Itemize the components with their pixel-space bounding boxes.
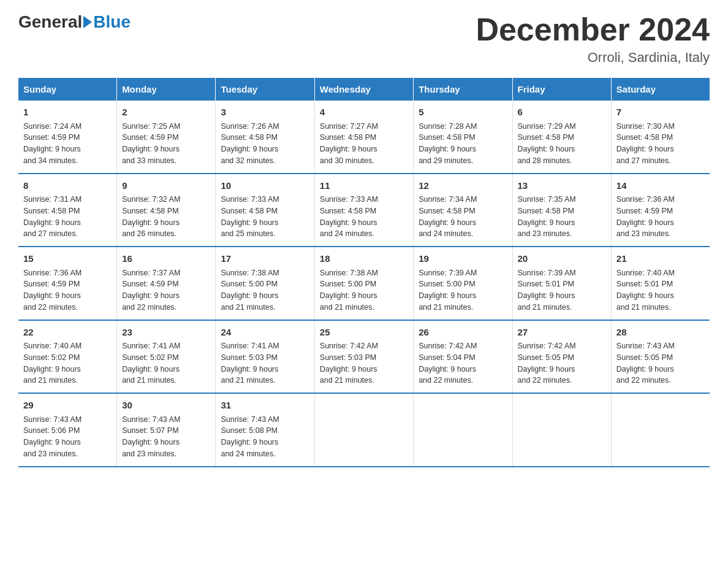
calendar-cell: 15Sunrise: 7:36 AMSunset: 4:59 PMDayligh… [18, 247, 117, 320]
day-info: Sunrise: 7:31 AMSunset: 4:58 PMDaylight:… [23, 194, 112, 240]
day-number: 9 [122, 179, 210, 193]
day-info: Sunrise: 7:28 AMSunset: 4:58 PMDaylight:… [419, 121, 507, 167]
calendar-cell: 9Sunrise: 7:32 AMSunset: 4:58 PMDaylight… [117, 174, 216, 247]
calendar-cell [611, 393, 710, 467]
logo-arrow-icon [83, 16, 92, 28]
calendar-cell: 14Sunrise: 7:36 AMSunset: 4:59 PMDayligh… [611, 174, 710, 247]
day-number: 20 [518, 252, 606, 266]
calendar-cell [512, 393, 611, 467]
day-number: 8 [23, 179, 112, 193]
day-number: 6 [518, 105, 606, 120]
logo-general-text: General [18, 12, 82, 32]
day-info: Sunrise: 7:38 AMSunset: 5:00 PMDaylight:… [320, 267, 408, 313]
day-info: Sunrise: 7:43 AMSunset: 5:06 PMDaylight:… [23, 414, 112, 460]
calendar-cell: 16Sunrise: 7:37 AMSunset: 4:59 PMDayligh… [117, 247, 216, 320]
calendar-cell: 12Sunrise: 7:34 AMSunset: 4:58 PMDayligh… [414, 174, 512, 247]
day-info: Sunrise: 7:27 AMSunset: 4:58 PMDaylight:… [320, 121, 408, 167]
day-number: 19 [419, 252, 507, 266]
calendar-cell: 30Sunrise: 7:43 AMSunset: 5:07 PMDayligh… [117, 393, 216, 467]
calendar-cell: 11Sunrise: 7:33 AMSunset: 4:58 PMDayligh… [314, 174, 413, 247]
day-info: Sunrise: 7:39 AMSunset: 5:01 PMDaylight:… [518, 267, 606, 313]
day-number: 5 [419, 105, 507, 120]
col-header-tuesday: Tuesday [216, 78, 314, 101]
day-number: 11 [320, 179, 408, 193]
calendar-cell: 6Sunrise: 7:29 AMSunset: 4:58 PMDaylight… [512, 101, 611, 174]
day-info: Sunrise: 7:25 AMSunset: 4:59 PMDaylight:… [122, 121, 210, 167]
calendar-cell: 7Sunrise: 7:30 AMSunset: 4:58 PMDaylight… [611, 101, 710, 174]
calendar-cell: 4Sunrise: 7:27 AMSunset: 4:58 PMDaylight… [314, 101, 413, 174]
day-number: 3 [221, 105, 309, 120]
day-info: Sunrise: 7:42 AMSunset: 5:03 PMDaylight:… [320, 340, 408, 386]
day-number: 23 [122, 326, 210, 340]
calendar-cell: 17Sunrise: 7:38 AMSunset: 5:00 PMDayligh… [216, 247, 314, 320]
day-info: Sunrise: 7:26 AMSunset: 4:58 PMDaylight:… [221, 121, 309, 167]
day-number: 31 [221, 399, 309, 413]
day-info: Sunrise: 7:43 AMSunset: 5:05 PMDaylight:… [616, 340, 705, 386]
calendar-cell: 26Sunrise: 7:42 AMSunset: 5:04 PMDayligh… [414, 320, 512, 394]
calendar-cell: 29Sunrise: 7:43 AMSunset: 5:06 PMDayligh… [18, 393, 117, 467]
day-number: 7 [616, 105, 705, 120]
day-info: Sunrise: 7:40 AMSunset: 5:01 PMDaylight:… [616, 267, 705, 313]
col-header-friday: Friday [512, 78, 611, 101]
calendar-cell: 8Sunrise: 7:31 AMSunset: 4:58 PMDaylight… [18, 174, 117, 247]
day-number: 13 [518, 179, 606, 193]
calendar-cell: 10Sunrise: 7:33 AMSunset: 4:58 PMDayligh… [216, 174, 314, 247]
day-number: 17 [221, 252, 309, 266]
day-number: 15 [23, 252, 112, 266]
calendar-cell: 3Sunrise: 7:26 AMSunset: 4:58 PMDaylight… [216, 101, 314, 174]
day-number: 25 [320, 326, 408, 340]
day-info: Sunrise: 7:34 AMSunset: 4:58 PMDaylight:… [419, 194, 507, 240]
calendar-cell: 21Sunrise: 7:40 AMSunset: 5:01 PMDayligh… [611, 247, 710, 320]
day-info: Sunrise: 7:36 AMSunset: 4:59 PMDaylight:… [616, 194, 705, 240]
day-number: 1 [23, 105, 112, 120]
page-header: General Blue December 2024 Orroli, Sardi… [18, 12, 710, 66]
day-info: Sunrise: 7:41 AMSunset: 5:02 PMDaylight:… [122, 340, 210, 386]
col-header-sunday: Sunday [18, 78, 117, 101]
day-number: 18 [320, 252, 408, 266]
col-header-saturday: Saturday [611, 78, 710, 101]
logo: General Blue [18, 12, 131, 32]
calendar-cell: 23Sunrise: 7:41 AMSunset: 5:02 PMDayligh… [117, 320, 216, 394]
calendar-cell: 25Sunrise: 7:42 AMSunset: 5:03 PMDayligh… [314, 320, 413, 394]
day-info: Sunrise: 7:30 AMSunset: 4:58 PMDaylight:… [616, 121, 705, 167]
calendar-cell: 5Sunrise: 7:28 AMSunset: 4:58 PMDaylight… [414, 101, 512, 174]
calendar-cell: 18Sunrise: 7:38 AMSunset: 5:00 PMDayligh… [314, 247, 413, 320]
calendar-cell: 31Sunrise: 7:43 AMSunset: 5:08 PMDayligh… [216, 393, 314, 467]
location-subtitle: Orroli, Sardinia, Italy [476, 50, 710, 66]
day-number: 16 [122, 252, 210, 266]
day-info: Sunrise: 7:40 AMSunset: 5:02 PMDaylight:… [23, 340, 112, 386]
day-info: Sunrise: 7:42 AMSunset: 5:04 PMDaylight:… [419, 340, 507, 386]
day-info: Sunrise: 7:39 AMSunset: 5:00 PMDaylight:… [419, 267, 507, 313]
col-header-wednesday: Wednesday [314, 78, 413, 101]
calendar-cell [414, 393, 512, 467]
day-number: 29 [23, 399, 112, 413]
day-info: Sunrise: 7:32 AMSunset: 4:58 PMDaylight:… [122, 194, 210, 240]
day-number: 30 [122, 399, 210, 413]
calendar-cell: 24Sunrise: 7:41 AMSunset: 5:03 PMDayligh… [216, 320, 314, 394]
calendar-cell: 22Sunrise: 7:40 AMSunset: 5:02 PMDayligh… [18, 320, 117, 394]
calendar-cell: 2Sunrise: 7:25 AMSunset: 4:59 PMDaylight… [117, 101, 216, 174]
calendar-table: SundayMondayTuesdayWednesdayThursdayFrid… [18, 78, 710, 467]
day-number: 4 [320, 105, 408, 120]
calendar-cell: 20Sunrise: 7:39 AMSunset: 5:01 PMDayligh… [512, 247, 611, 320]
calendar-cell [314, 393, 413, 467]
day-info: Sunrise: 7:43 AMSunset: 5:07 PMDaylight:… [122, 414, 210, 460]
day-number: 21 [616, 252, 705, 266]
day-number: 10 [221, 179, 309, 193]
logo-blue-text: Blue [93, 12, 131, 32]
day-number: 24 [221, 326, 309, 340]
day-info: Sunrise: 7:36 AMSunset: 4:59 PMDaylight:… [23, 267, 112, 313]
day-info: Sunrise: 7:33 AMSunset: 4:58 PMDaylight:… [320, 194, 408, 240]
day-info: Sunrise: 7:42 AMSunset: 5:05 PMDaylight:… [518, 340, 606, 386]
calendar-cell: 28Sunrise: 7:43 AMSunset: 5:05 PMDayligh… [611, 320, 710, 394]
day-info: Sunrise: 7:24 AMSunset: 4:59 PMDaylight:… [23, 121, 112, 167]
day-info: Sunrise: 7:37 AMSunset: 4:59 PMDaylight:… [122, 267, 210, 313]
calendar-cell: 13Sunrise: 7:35 AMSunset: 4:58 PMDayligh… [512, 174, 611, 247]
page-title: December 2024 [476, 12, 710, 47]
col-header-monday: Monday [117, 78, 216, 101]
day-number: 12 [419, 179, 507, 193]
col-header-thursday: Thursday [414, 78, 512, 101]
day-info: Sunrise: 7:33 AMSunset: 4:58 PMDaylight:… [221, 194, 309, 240]
day-info: Sunrise: 7:35 AMSunset: 4:58 PMDaylight:… [518, 194, 606, 240]
calendar-cell: 1Sunrise: 7:24 AMSunset: 4:59 PMDaylight… [18, 101, 117, 174]
